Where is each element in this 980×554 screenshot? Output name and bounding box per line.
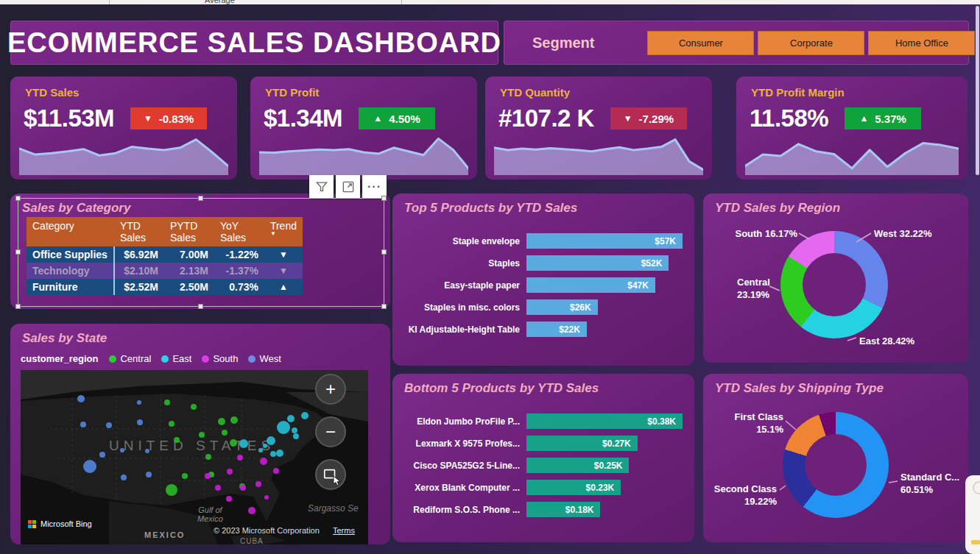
data-bar[interactable]: $0.18K [526,502,600,517]
legend-item-central[interactable]: Central [109,353,151,364]
data-bar[interactable]: $52K [526,255,669,271]
map-bubble[interactable] [137,419,143,425]
map-box-select-button[interactable] [315,459,346,490]
map-bubble[interactable] [230,416,238,424]
kpi-card-ytd-profit[interactable]: YTD Profit $1.34M ▲4.50% [250,77,477,180]
map-bubble[interactable] [237,455,243,461]
map-bubble[interactable] [292,427,297,433]
data-bar[interactable]: $0.38K [526,413,683,429]
map-bubble[interactable] [146,472,152,477]
sales-by-category-visual[interactable]: Sales by Category CategoryYTD SalesPYTD … [10,193,390,309]
sales-by-state-visual[interactable]: Sales by State customer_region CentralEa… [10,324,390,544]
filter-icon[interactable] [309,175,334,199]
map-bubble[interactable] [137,400,141,405]
map-bubble[interactable] [270,451,276,457]
legend-item-label: South [213,353,238,364]
kpi-delta-badge: ▲4.50% [359,107,435,129]
map-bubble[interactable] [277,421,290,434]
column-header-pytd-sales[interactable]: PYTD Sales [164,217,214,246]
kpi-card-ytd-sales[interactable]: YTD Sales $11.53M ▼-0.83% [10,77,237,180]
map-bubble[interactable] [83,460,96,473]
legend-item-south[interactable]: South [202,353,238,364]
column-header-trend[interactable]: Trend▼ [264,217,303,246]
map-bubble[interactable] [273,468,279,474]
map-bubble[interactable] [182,473,188,479]
vertical-scrollbar-thumb[interactable] [976,6,979,175]
map-bubble[interactable] [226,496,232,502]
map-bubble[interactable] [287,415,295,422]
map-bubble[interactable] [267,436,275,445]
map-bubble[interactable] [258,448,263,452]
kpi-card-ytd-quantity[interactable]: YTD Quantity #107.2 K ▼-7.29% [485,77,712,180]
map-bubble[interactable] [293,433,299,439]
table-row[interactable]: Office Supplies$6.92M7.00M-1.22%▼ [27,246,303,263]
data-bar[interactable]: $47K [526,277,655,293]
map-zoom-out-button[interactable]: − [315,416,346,447]
kpi-sparkline [494,129,703,175]
data-bar[interactable]: $57K [526,233,683,249]
legend-item-east[interactable]: East [161,353,191,364]
map-bubble[interactable] [145,449,149,453]
map-bubble[interactable] [191,404,197,410]
map-bubble[interactable] [164,399,170,405]
map-bubble[interactable] [77,395,85,402]
more-options-icon[interactable]: ··· [362,175,387,199]
map-bubble[interactable] [121,475,127,480]
kpi-value: $1.34M [264,104,342,132]
shipping-donut[interactable] [783,412,889,518]
data-bar[interactable]: $26K [526,299,598,315]
map-bubble[interactable] [174,437,180,443]
focus-mode-icon[interactable] [336,175,360,199]
kpi-card-ytd-profit-margin[interactable]: YTD Profit Margin 11.58% ▲5.37% [736,77,967,180]
map-bubble[interactable] [215,485,221,491]
data-bar[interactable]: $0.27K [526,436,638,451]
data-bar[interactable]: $0.25K [526,458,629,473]
map-bubble[interactable] [99,452,105,458]
data-bar[interactable]: $22K [526,322,587,337]
segment-button-consumer[interactable]: Consumer [647,31,754,55]
map-bubble[interactable] [255,481,261,487]
top5-products-visual[interactable]: Top 5 Products by YTD Sales Staple envel… [392,193,694,366]
sales-by-region-visual[interactable]: YTD Sales by Region South 16.17%West 32.… [703,193,968,363]
bottom5-products-visual[interactable]: Bottom 5 Products by YTD Sales Eldon Jum… [392,374,694,542]
table-row[interactable]: Furniture$2.52M2.50M0.73%▲ [27,279,303,295]
map-bubble[interactable] [106,422,112,428]
bing-map[interactable]: UNITED STATES Gulf ofMexico MEXICO CUBA … [21,370,368,544]
column-header-category[interactable]: Category [27,217,114,246]
map-bubble[interactable] [205,454,211,460]
map-bubble[interactable] [199,432,205,438]
kpi-value: #107.2 K [498,104,594,132]
map-bubble[interactable] [260,458,267,465]
map-bubble[interactable] [264,495,269,500]
map-bubble[interactable] [218,418,225,425]
map-bubble[interactable] [80,422,86,427]
map-bubble[interactable] [248,507,255,514]
column-header-yoy-sales[interactable]: YoY Sales [214,217,264,246]
column-header-ytd-sales[interactable]: YTD Sales [114,217,164,246]
map-bubble[interactable] [240,485,246,491]
map-bubble[interactable] [227,469,233,475]
map-bubble[interactable] [301,412,309,419]
top5-bar-chart: Staple envelope$57KStaples$52KEasy-stapl… [403,233,683,337]
legend-item-west[interactable]: West [248,353,281,364]
map-bubble[interactable] [166,484,177,496]
region-donut[interactable] [780,231,888,338]
kpi-title: YTD Profit [265,86,319,99]
data-bar[interactable]: $0.23K [526,480,621,495]
legend-dot-icon [248,355,255,363]
map-bubble[interactable] [222,430,228,436]
map-bubble[interactable] [169,421,175,427]
segment-button-home-office[interactable]: Home Office [868,31,975,55]
map-bubble[interactable] [276,450,283,457]
donut-slice-label: First Class15.1% [722,411,783,436]
map-zoom-in-button[interactable]: + [315,374,346,405]
map-bubble[interactable] [120,448,124,452]
table-row[interactable]: Technology$2.10M2.13M-1.37%▼ [27,263,303,279]
map-bubble[interactable] [230,439,237,447]
sales-by-shipping-visual[interactable]: YTD Sales by Shipping Type First Class15… [703,374,968,542]
map-bubble[interactable] [239,439,248,448]
map-bubble[interactable] [205,473,211,479]
map-terms-link[interactable]: Terms [333,526,355,535]
map-bubble[interactable] [263,444,267,448]
segment-button-corporate[interactable]: Corporate [758,31,864,55]
